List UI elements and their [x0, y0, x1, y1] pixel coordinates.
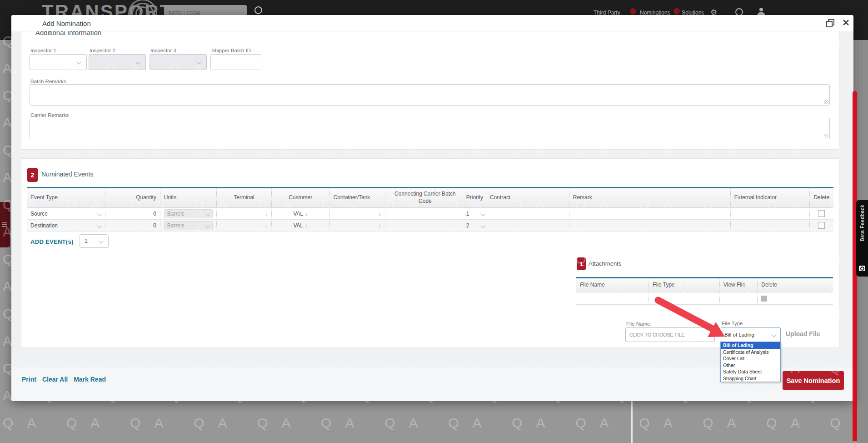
table-row: [576, 292, 833, 305]
print-link[interactable]: Print: [22, 376, 36, 383]
disabled-delete-checkbox: [761, 296, 767, 302]
column-header: Remark: [569, 188, 730, 207]
section-heading: Additional Information: [35, 31, 101, 36]
carrier-remarks-label: Carrier Remarks: [30, 112, 69, 118]
chevron-down-icon: [98, 238, 103, 243]
units-select: Barrels: [160, 220, 216, 231]
clear-all-link[interactable]: Clear All: [42, 376, 68, 383]
external-indicator-cell: [730, 208, 809, 219]
down-arrow-icon[interactable]: ↓: [264, 210, 268, 217]
shipper-batch-id-input[interactable]: [210, 54, 261, 70]
shipper-batch-id-label: Shipper Batch ID: [211, 48, 251, 53]
column-header: Terminal: [216, 188, 271, 207]
customer-lookup[interactable]: VAL ↓: [271, 220, 329, 231]
file-type-label: File Type: [722, 321, 743, 326]
beta-feedback-label: Beta Feedback: [859, 205, 865, 242]
dropdown-option[interactable]: Bill of Lading: [721, 342, 780, 349]
event-type-select[interactable]: Destination: [27, 220, 105, 231]
batch-remarks-label: Batch Remarks: [30, 79, 66, 84]
column-header: View File: [719, 278, 758, 292]
save-nomination-button[interactable]: Save Nomination: [783, 371, 844, 390]
notification-badge: [673, 8, 680, 15]
add-event-count-select[interactable]: 1: [80, 234, 109, 248]
dropdown-option[interactable]: Driver List: [721, 355, 780, 362]
mark-read-link[interactable]: Mark Read: [74, 376, 106, 383]
chevron-down-icon: [480, 223, 485, 228]
priority-select[interactable]: 2: [465, 220, 486, 231]
quantity-value[interactable]: 0: [105, 220, 160, 231]
dropdown-option[interactable]: Safety Data Sheet: [721, 368, 780, 375]
delete-cell: [809, 208, 833, 219]
column-header: Units: [160, 188, 216, 207]
chevron-down-icon: [97, 223, 102, 228]
container-tank-lookup[interactable]: ↓: [329, 208, 385, 219]
file-type-select[interactable]: Bill of Lading: [721, 327, 781, 342]
connecting-carrier-code-cell[interactable]: [385, 208, 465, 219]
restore-window-icon[interactable]: [826, 19, 833, 26]
priority-select[interactable]: 1: [465, 208, 486, 219]
chevron-down-icon: [205, 223, 210, 228]
attachments-count-badge: 1: [577, 257, 586, 270]
table-row: Destination 0 Barrels ↓ VAL ↓ ↓ 2: [27, 220, 833, 232]
column-header: Contract: [486, 188, 569, 207]
column-header: Connecting Carrier Batch Code: [385, 188, 465, 207]
dropdown-option[interactable]: Certificate of Analysis: [721, 349, 780, 356]
beta-feedback-tab[interactable]: Beta Feedback: [856, 200, 868, 277]
column-header: Priority: [465, 188, 486, 207]
down-arrow-icon[interactable]: ↓: [264, 222, 268, 229]
inspector1-select[interactable]: [30, 54, 87, 70]
chevron-down-icon: [97, 211, 102, 216]
connecting-carrier-code-cell[interactable]: [385, 220, 465, 231]
upload-file-button[interactable]: Upload File: [786, 330, 820, 337]
down-arrow-icon[interactable]: ↓: [305, 210, 308, 217]
inspector1-label: Inspector 1: [30, 48, 56, 53]
column-header: File Type: [649, 278, 719, 292]
event-type-select[interactable]: Source: [27, 208, 105, 219]
contract-cell[interactable]: [486, 208, 569, 219]
chevron-down-icon: [76, 59, 81, 64]
user-icon: [759, 8, 763, 11]
contract-cell[interactable]: [486, 220, 569, 231]
resize-grip-icon[interactable]: [824, 134, 828, 138]
search-icon[interactable]: [254, 6, 262, 14]
terminal-lookup[interactable]: ↓: [216, 208, 271, 219]
column-header: Container/Tank: [329, 188, 385, 207]
dropdown-option[interactable]: Other: [721, 362, 780, 369]
feedback-camera-icon: [859, 266, 865, 271]
down-arrow-icon[interactable]: ↓: [379, 210, 382, 217]
hamburger-icon: [2, 224, 7, 225]
notification-badge: [630, 8, 636, 15]
column-header: Delete: [809, 188, 833, 207]
resize-grip-icon[interactable]: [824, 100, 828, 104]
file-name-input[interactable]: CLICK TO CHOOSE FILE: [625, 327, 715, 342]
section-heading: Attachments: [589, 260, 621, 267]
container-tank-lookup[interactable]: ↓: [329, 220, 385, 231]
column-header: Quantity: [105, 188, 160, 207]
delete-checkbox[interactable]: [818, 210, 825, 217]
carrier-remarks-textarea[interactable]: [30, 118, 830, 139]
events-count-badge: 2: [27, 168, 38, 182]
side-menu-toggle[interactable]: [0, 202, 10, 247]
down-arrow-icon[interactable]: ↓: [379, 222, 382, 229]
add-event-button[interactable]: ADD EVENT(s): [30, 238, 74, 245]
column-header: File Name: [576, 278, 649, 292]
table-header-row: Event Type Quantity Units Terminal Custo…: [27, 188, 833, 208]
customer-lookup[interactable]: VAL ↓: [271, 208, 329, 219]
remark-cell[interactable]: [569, 220, 730, 231]
down-arrow-icon[interactable]: ↓: [305, 222, 308, 229]
column-header: External Indicator: [730, 188, 809, 207]
delete-checkbox[interactable]: [818, 222, 825, 229]
external-indicator-cell: [730, 220, 809, 231]
table-header-row: File Name File Type View File Delete: [576, 278, 833, 292]
close-icon[interactable]: ✕: [842, 17, 850, 28]
delete-cell: [809, 220, 833, 231]
remark-cell[interactable]: [569, 208, 730, 219]
units-select: Barrels: [160, 208, 216, 219]
column-header: Event Type: [27, 188, 105, 207]
quantity-value[interactable]: 0: [105, 208, 160, 219]
batch-remarks-textarea[interactable]: [30, 84, 830, 106]
hamburger-icon: [2, 222, 7, 223]
nominated-events-table: Event Type Quantity Units Terminal Custo…: [27, 187, 833, 232]
dropdown-option[interactable]: Strapping Chart: [721, 375, 780, 382]
terminal-lookup[interactable]: ↓: [216, 220, 271, 231]
